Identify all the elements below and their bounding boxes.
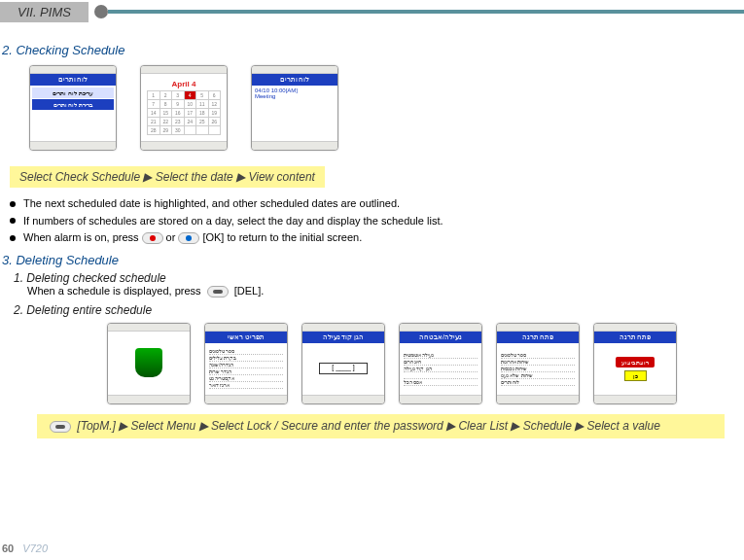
sec3-item1-head: 1. Deleting checked schedule bbox=[14, 271, 744, 285]
chapter-rule bbox=[108, 10, 744, 14]
chapter-dot bbox=[94, 5, 108, 18]
phone-screenshot-3: לוח ותרים 04/10 10:00[AM] Meeting bbox=[251, 65, 338, 151]
ok-key-icon bbox=[178, 232, 199, 244]
bullet-2: If numbers of schedules are stored on a … bbox=[10, 213, 744, 230]
phone-screenshot-1: לוח ותרים עריכת לוח ותרים ברירת לוח ותרי… bbox=[29, 65, 117, 151]
phone-screenshot-2: April 4 123456 789101112 141516171819 21… bbox=[140, 65, 228, 151]
page-footer: 60 V720 bbox=[2, 542, 48, 554]
phone-b1 bbox=[107, 323, 191, 404]
bullet-3: When alarm is on, press or [OK] to retur… bbox=[10, 229, 744, 247]
password-input-slot: [ ____ ] bbox=[319, 363, 368, 374]
page-number: 60 bbox=[2, 542, 14, 554]
bullet-list-1: The next scheduled date is highlighted, … bbox=[10, 195, 744, 247]
phone1-header: לוח ותרים bbox=[30, 74, 116, 86]
calendar-title: April 4 bbox=[172, 80, 196, 88]
section-2-title: 2. Checking Schedule bbox=[2, 43, 744, 57]
calendar-grid: 123456 789101112 141516171819 2122232425… bbox=[147, 90, 221, 135]
sec3-item2-head: 2. Deleting entire schedule bbox=[14, 303, 744, 317]
phone-b4: נעילה/אבטחה נעילה אוטומטיתחיוג חרוםהגן ק… bbox=[399, 323, 482, 404]
model-label: V720 bbox=[22, 542, 48, 554]
phone-b3: הגן קוד נעילה [ ____ ] bbox=[301, 323, 385, 404]
shield-icon bbox=[135, 348, 162, 377]
topm-key-icon bbox=[50, 421, 71, 433]
instruction-bar-2: [TopM.] ▶ Select Menu ▶ Select Lock / Se… bbox=[37, 414, 725, 438]
top-bar: VII. PIMS bbox=[0, 0, 744, 23]
sec3-item1-desc: When a schedule is displayed, press [DEL… bbox=[27, 285, 744, 298]
phone-b6: פתח תרנה רוצת ביצוע כן bbox=[593, 323, 677, 404]
del-key-icon bbox=[207, 286, 229, 298]
end-key-icon bbox=[142, 232, 163, 244]
section-3-title: 3. Deleting Schedule bbox=[2, 253, 744, 267]
instruction-bar-1: Select Check Schedule ▶ Select the date … bbox=[10, 166, 325, 188]
chapter-label: VII. PIMS bbox=[0, 2, 89, 22]
phone-b5: פתח תרנה ספר טלפוניםשיחות אחרונותשיחות נ… bbox=[496, 323, 580, 404]
phone3-header: לוח ותרים bbox=[252, 74, 337, 86]
phone-row-1: לוח ותרים עריכת לוח ותרים ברירת לוח ותרי… bbox=[29, 65, 744, 151]
bullet-1: The next scheduled date is highlighted, … bbox=[10, 195, 744, 213]
phone-b2: תפריט ראשי ספר טלפוניםבקרת צליליםהגדרה/ש… bbox=[204, 323, 288, 404]
phone-row-2: תפריט ראשי ספר טלפוניםבקרת צליליםהגדרה/ש… bbox=[107, 323, 744, 404]
